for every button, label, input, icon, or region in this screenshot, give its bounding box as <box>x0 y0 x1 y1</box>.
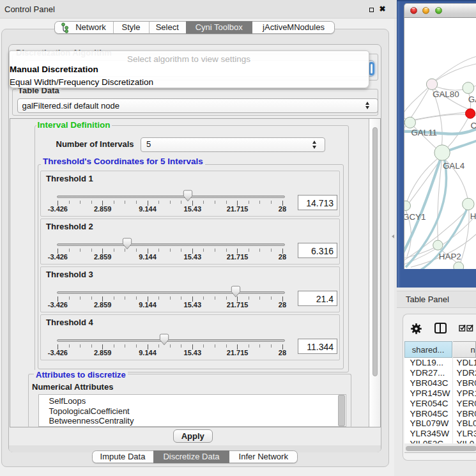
svg-text:HAP2: HAP2 <box>439 252 461 261</box>
svg-text:GAL11: GAL11 <box>411 127 437 137</box>
svg-text:GAL4: GAL4 <box>443 161 465 171</box>
svg-text:GA: GA <box>468 94 476 104</box>
svg-text:H: H <box>470 211 476 221</box>
svg-text:GCY1: GCY1 <box>404 211 426 221</box>
svg-text:C: C <box>471 120 476 130</box>
svg-text:GAL80: GAL80 <box>433 89 459 98</box>
